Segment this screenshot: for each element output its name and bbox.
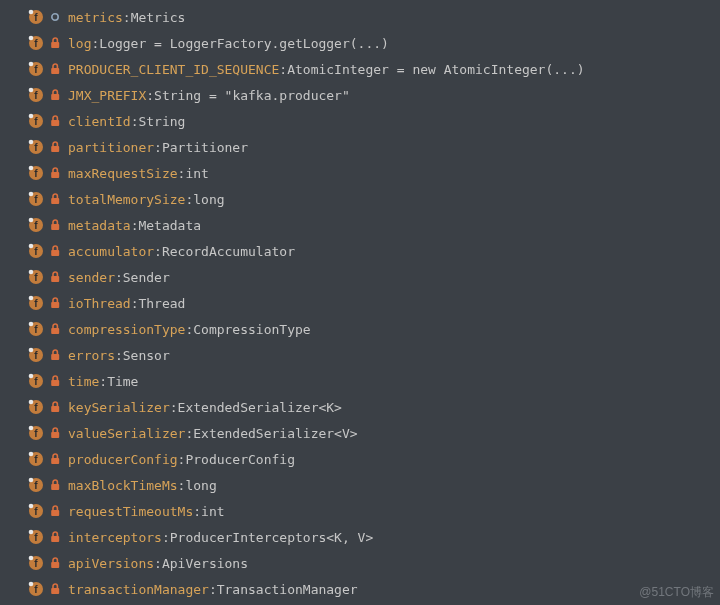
separator: : [185,322,193,337]
svg-rect-47 [51,302,59,308]
svg-point-50 [29,322,34,327]
field-row[interactable]: f requestTimeoutMs: int [0,498,720,524]
field-row[interactable]: f JMX_PREFIX: String = "kafka.producer" [0,82,720,108]
field-row[interactable]: f PRODUCER_CLIENT_ID_SEQUENCE: AtomicInt… [0,56,720,82]
field-name: requestTimeoutMs [68,504,193,519]
field-name: errors [68,348,115,363]
separator: : [99,374,107,389]
field-row[interactable]: f ioThread: Thread [0,290,720,316]
svg-rect-67 [51,432,59,438]
field-name: log [68,36,91,51]
field-type: long [193,192,224,207]
field-icon: f [28,87,44,103]
svg-rect-91 [51,588,59,594]
svg-rect-55 [51,354,59,360]
field-icon: f [28,321,44,337]
field-row[interactable]: f maxRequestSize: int [0,160,720,186]
field-icon: f [28,139,44,155]
field-type: Sender [123,270,170,285]
field-row[interactable]: f accumulator: RecordAccumulator [0,238,720,264]
field-type: Metadata [138,218,201,233]
private-lock-icon [48,297,62,309]
separator: : [178,166,186,181]
separator: : [154,244,162,259]
field-name: metrics [68,10,123,25]
field-row[interactable]: f keySerializer: ExtendedSerializer<K> [0,394,720,420]
field-icon: f [28,555,44,571]
svg-point-34 [29,218,34,223]
field-icon: f [28,347,44,363]
svg-point-10 [29,62,34,67]
field-row[interactable]: f producerConfig: ProducerConfig [0,446,720,472]
svg-rect-79 [51,510,59,516]
svg-point-22 [29,140,34,145]
separator: : [131,114,139,129]
field-name: metadata [68,218,131,233]
field-row[interactable]: f valueSerializer: ExtendedSerializer<V> [0,420,720,446]
field-type: ExtendedSerializer<V> [193,426,357,441]
field-name: compressionType [68,322,185,337]
field-row[interactable]: f apiVersions: ApiVersions [0,550,720,576]
field-icon: f [28,217,44,233]
field-name: accumulator [68,244,154,259]
separator: : [154,556,162,571]
separator: : [91,36,99,51]
svg-point-74 [29,478,34,483]
field-type: Partitioner [162,140,248,155]
private-lock-icon [48,271,62,283]
private-lock-icon [48,557,62,569]
field-type: ProducerInterceptors<K, V> [170,530,374,545]
svg-point-70 [29,452,34,457]
field-icon: f [28,269,44,285]
field-row[interactable]: f time: Time [0,368,720,394]
separator: : [178,452,186,467]
field-name: sender [68,270,115,285]
field-type: String = "kafka.producer" [154,88,350,103]
private-lock-icon [48,167,62,179]
svg-point-62 [29,400,34,405]
field-type: Thread [138,296,185,311]
field-row[interactable]: f log: Logger = LoggerFactory.getLogger(… [0,30,720,56]
field-name: valueSerializer [68,426,185,441]
field-row[interactable]: f metadata: Metadata [0,212,720,238]
svg-rect-87 [51,562,59,568]
private-lock-icon [48,63,62,75]
field-type: int [185,166,208,181]
svg-point-3 [52,14,58,20]
separator: : [115,348,123,363]
svg-rect-15 [51,94,59,100]
private-lock-icon [48,193,62,205]
field-type: ApiVersions [162,556,248,571]
field-row[interactable]: f interceptors: ProducerInterceptors<K, … [0,524,720,550]
field-row[interactable]: f compressionType: CompressionType [0,316,720,342]
field-icon: f [28,295,44,311]
svg-point-14 [29,88,34,93]
field-name: maxRequestSize [68,166,178,181]
field-row[interactable]: f sender: Sender [0,264,720,290]
svg-rect-35 [51,224,59,230]
separator: : [131,218,139,233]
field-list: f metrics: Metrics f log: Logger = Logge… [0,4,720,602]
svg-rect-11 [51,68,59,74]
field-type: ProducerConfig [185,452,295,467]
field-row[interactable]: f partitioner: Partitioner [0,134,720,160]
svg-rect-51 [51,328,59,334]
svg-rect-59 [51,380,59,386]
field-name: producerConfig [68,452,178,467]
field-row[interactable]: f totalMemorySize: long [0,186,720,212]
separator: : [193,504,201,519]
svg-point-58 [29,374,34,379]
field-row[interactable]: f clientId: String [0,108,720,134]
field-row[interactable]: f errors: Sensor [0,342,720,368]
private-lock-icon [48,375,62,387]
svg-rect-43 [51,276,59,282]
field-type: TransactionManager [217,582,358,597]
field-icon: f [28,243,44,259]
field-name: JMX_PREFIX [68,88,146,103]
field-row[interactable]: f maxBlockTimeMs: long [0,472,720,498]
field-row[interactable]: f transactionManager: TransactionManager [0,576,720,602]
field-icon: f [28,451,44,467]
field-row[interactable]: f metrics: Metrics [0,4,720,30]
svg-point-26 [29,166,34,171]
separator: : [146,88,154,103]
